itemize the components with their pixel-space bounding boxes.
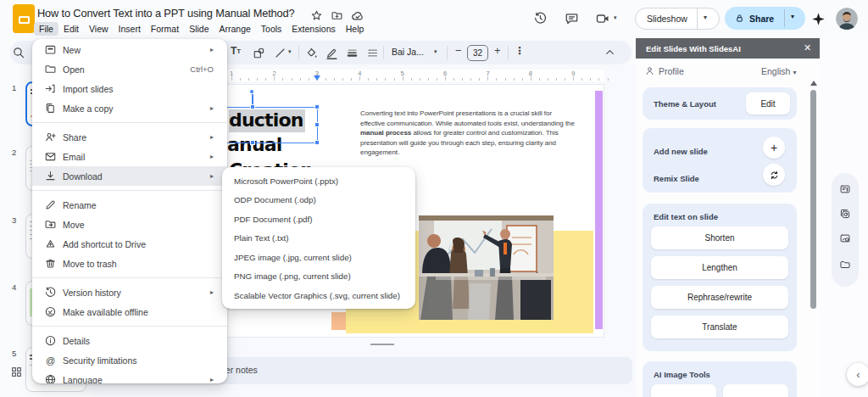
slide-body-text[interactable]: Converting text into PowerPoint presenta… <box>360 109 606 158</box>
ai-image-tool-button[interactable] <box>723 384 788 397</box>
email-icon <box>44 150 57 163</box>
share-button[interactable]: Share ▾ <box>725 7 805 30</box>
download-option[interactable]: Microsoft PowerPoint (.pptx) <box>222 171 415 191</box>
notes-resize-handle[interactable] <box>370 344 394 345</box>
file-menu-item-rename[interactable]: Rename <box>32 195 227 215</box>
line-dash-icon[interactable] <box>366 47 379 59</box>
history-icon <box>44 286 57 299</box>
text-format-icon[interactable]: TT <box>231 45 241 57</box>
ai-image-tools-label: AI Image Tools <box>654 370 710 379</box>
edit-theme-button[interactable]: Edit <box>746 92 790 115</box>
menu-format[interactable]: Format <box>146 22 184 36</box>
edit-text-button-lengthen[interactable]: Lengthen <box>651 256 788 279</box>
slideshow-caret-icon[interactable]: ▾ <box>704 14 707 21</box>
font-size-minus[interactable]: − <box>455 44 462 57</box>
file-menu-item-make-available-offline[interactable]: Make available offline <box>32 302 227 322</box>
avatar[interactable] <box>836 8 858 30</box>
slide-photo-meeting[interactable] <box>419 215 554 320</box>
download-option[interactable]: PNG image (.png, current slide) <box>222 267 415 287</box>
toolbar-collapse-icon[interactable] <box>604 46 616 59</box>
edit-text-button-shorten[interactable]: Shorten <box>651 226 788 249</box>
selection-handle[interactable] <box>314 140 320 145</box>
comments-icon[interactable] <box>565 11 579 25</box>
menu-bar: FileEditViewInsertFormatSlideArrangeTool… <box>34 20 369 36</box>
menu-help[interactable]: Help <box>341 22 370 36</box>
slide-layout-icon[interactable] <box>839 183 851 195</box>
download-option[interactable]: PDF Document (.pdf) <box>222 210 415 229</box>
download-option[interactable]: Plain Text (.txt) <box>222 229 415 249</box>
ruler-indent-marker[interactable] <box>314 75 320 81</box>
search-icon[interactable] <box>12 46 25 59</box>
line-tool-icon[interactable] <box>274 47 287 59</box>
menu-edit[interactable]: Edit <box>58 22 84 36</box>
panel-scrollbar-thumb[interactable] <box>810 90 816 309</box>
file-menu-item-security-limitations[interactable]: @Security limitations <box>32 350 227 370</box>
menu-extensions[interactable]: Extensions <box>287 22 340 36</box>
submenu-arrow-icon: ▸ <box>210 172 214 180</box>
border-color-icon[interactable] <box>326 47 338 59</box>
slides-logo[interactable] <box>13 4 35 33</box>
theme-layout-label: Theme & Layout <box>654 99 716 109</box>
image-search-icon[interactable] <box>839 232 851 244</box>
file-menu-item-download[interactable]: Download▸ <box>32 166 227 186</box>
ai-image-tools-card: AI Image Tools <box>643 361 797 397</box>
menu-file[interactable]: File <box>34 22 58 36</box>
file-menu-item-move[interactable]: Move <box>32 215 227 234</box>
selection-handle[interactable] <box>250 140 255 145</box>
version-history-icon[interactable] <box>533 11 548 25</box>
panel-scrollbar-up[interactable] <box>810 81 817 86</box>
edit-text-button-translate[interactable]: Translate <box>651 316 788 338</box>
folder-icon[interactable] <box>839 259 851 271</box>
ai-image-tool-button[interactable] <box>651 384 716 397</box>
font-caret-icon[interactable]: ▾ <box>434 48 437 55</box>
menu-view[interactable]: View <box>84 22 114 36</box>
font-size-input[interactable]: 32 <box>467 45 488 61</box>
fill-color-icon[interactable] <box>305 47 318 59</box>
menu-divider <box>32 326 227 327</box>
add-slide-button[interactable]: + <box>763 137 785 159</box>
menu-tools[interactable]: Tools <box>256 22 287 36</box>
document-title[interactable]: How to Convert Text into a PPT using Man… <box>37 7 294 20</box>
file-menu-item-version-history[interactable]: Version history▸ <box>32 282 227 302</box>
download-option[interactable]: JPEG image (.jpg, current slide) <box>222 248 415 267</box>
pages-icon[interactable] <box>839 208 851 220</box>
selection-handle[interactable] <box>250 104 255 109</box>
file-menu-item-email[interactable]: Email▸ <box>32 147 227 166</box>
shapes-icon[interactable] <box>253 47 265 59</box>
menu-arrange[interactable]: Arrange <box>214 22 255 36</box>
file-menu-item-move-to-trash[interactable]: Move to trash <box>32 254 227 273</box>
slideshow-button[interactable]: Slideshow ▾ <box>635 8 720 30</box>
file-menu-item-details[interactable]: Details <box>32 331 227 350</box>
file-menu-item-share[interactable]: Share▸ <box>32 127 227 147</box>
selection-handle[interactable] <box>314 122 320 127</box>
collapse-panel-button[interactable]: ‹ <box>847 363 868 386</box>
speaker-notes-box[interactable] <box>209 357 632 384</box>
file-menu-item-open[interactable]: OpenCtrl+O <box>32 59 227 79</box>
menu-insert[interactable]: Insert <box>114 22 146 36</box>
font-size-plus[interactable]: + <box>494 44 501 57</box>
font-family-dropdown[interactable]: Bai Ja... <box>392 47 424 57</box>
menu-slide[interactable]: Slide <box>184 22 214 36</box>
grid-view-icon[interactable] <box>10 366 23 378</box>
share-caret-icon[interactable]: ▾ <box>791 13 794 20</box>
selection-rotate-handle[interactable] <box>249 89 254 94</box>
toolbar-more-icon[interactable]: ⋮ <box>515 45 525 57</box>
remix-slide-button[interactable] <box>763 164 785 186</box>
file-menu-item-language[interactable]: Language▸ <box>32 370 227 383</box>
file-menu-item-new[interactable]: New▸ <box>32 40 227 59</box>
file-menu-item-import-slides[interactable]: Import slides <box>32 79 227 98</box>
edit-text-button-rephrase-rewrite[interactable]: Rephrase/rewrite <box>651 286 788 309</box>
file-menu-item-make-a-copy[interactable]: Make a copy▸ <box>32 98 227 118</box>
meet-camera-icon[interactable] <box>595 11 610 26</box>
slide-orange-square <box>331 312 347 330</box>
selection-handle[interactable] <box>314 104 320 109</box>
language-dropdown[interactable]: English ▾ <box>761 66 796 76</box>
file-menu-item-add-shortcut-to-drive[interactable]: Add shortcut to Drive <box>32 234 227 254</box>
close-icon[interactable]: ✕ <box>804 42 811 53</box>
download-option[interactable]: ODP Document (.odp) <box>222 191 415 210</box>
download-option[interactable]: Scalable Vector Graphics (.svg, current … <box>222 286 415 305</box>
line-caret-icon[interactable]: ▾ <box>288 48 292 55</box>
line-weight-icon[interactable] <box>346 47 359 59</box>
gemini-sparkle-icon[interactable] <box>811 12 826 26</box>
camera-caret-icon[interactable]: ▾ <box>614 14 617 21</box>
